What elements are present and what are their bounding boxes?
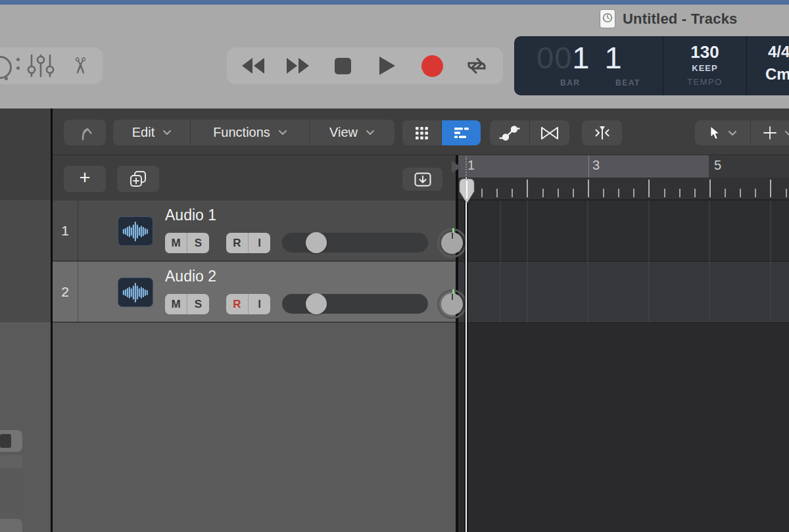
- ruler-bar-number: 1: [467, 158, 475, 173]
- playhead-dotted-line: [466, 157, 467, 178]
- pan-knob-pointer: [452, 294, 453, 300]
- record-enable-button[interactable]: R: [226, 294, 248, 314]
- lcd-tempo-value: 130: [663, 42, 746, 62]
- track-name[interactable]: Audio 2: [165, 268, 216, 285]
- bar-grid-lines: [458, 201, 789, 322]
- catch-playhead-icon: [592, 124, 612, 141]
- fast-forward-icon: [286, 57, 310, 74]
- functions-menu[interactable]: Functions: [191, 120, 309, 145]
- track-header-audio-1[interactable]: 1 Audio 1 M S R I: [53, 201, 456, 261]
- edit-menu-label: Edit: [132, 125, 155, 140]
- pointer-tool-menu[interactable]: [695, 120, 750, 145]
- chevron-down-icon: [163, 130, 171, 135]
- input-monitor-button[interactable]: I: [249, 233, 270, 253]
- dial-dot: [16, 66, 20, 70]
- lcd-tempo-segment[interactable]: 130 KEEP TEMPO: [663, 36, 746, 95]
- inspector-partial-display: [0, 434, 11, 448]
- playhead-line[interactable]: [466, 178, 467, 532]
- volume-slider-thumb[interactable]: [306, 232, 327, 253]
- lcd-key-signature: Cm: [765, 65, 789, 84]
- functions-menu-label: Functions: [213, 125, 270, 140]
- track-header-body: Audio 1 M S R I: [78, 201, 456, 260]
- playhead-handle[interactable]: [458, 178, 476, 205]
- add-track-icon: +: [80, 168, 91, 187]
- duplicate-track-icon: [128, 168, 149, 189]
- automation-button[interactable]: [490, 120, 529, 145]
- editors-button[interactable]: ✂: [63, 51, 97, 81]
- duplicate-track-button[interactable]: [117, 166, 159, 192]
- lcd-bar-label: BAR: [560, 78, 581, 87]
- record-icon: [421, 55, 443, 77]
- secondary-tool-menu[interactable]: [751, 120, 789, 145]
- solo-button[interactable]: S: [187, 294, 209, 314]
- rewind-button[interactable]: [236, 51, 270, 81]
- add-track-button[interactable]: +: [64, 166, 106, 192]
- mute-solo-group: M S: [165, 233, 209, 253]
- window-title-group: Untitled - Tracks: [600, 9, 738, 28]
- lcd-position-value: 0011: [537, 39, 623, 76]
- lcd-tempo-mode: KEEP: [663, 63, 746, 73]
- lcd-beat-label: BEAT: [615, 78, 640, 87]
- stop-button[interactable]: [325, 51, 360, 81]
- bar-ruler[interactable]: 1 3 5: [458, 155, 789, 178]
- mute-button[interactable]: M: [165, 294, 187, 314]
- track-number: 2: [53, 262, 78, 322]
- audio-waveform-icon: [118, 278, 153, 307]
- global-tracks-button[interactable]: [402, 168, 442, 191]
- inspector-partial-button[interactable]: [0, 519, 22, 532]
- tracks-view-button[interactable]: [442, 120, 481, 145]
- lcd-beat-value: 1: [604, 40, 622, 75]
- track-number: 1: [53, 201, 78, 260]
- chevron-down-icon: [729, 131, 736, 135]
- back-button[interactable]: [64, 120, 106, 145]
- view-menu[interactable]: View: [310, 120, 394, 145]
- project-document-icon: [600, 9, 615, 28]
- transport-controls: [227, 47, 503, 84]
- stop-icon: [335, 58, 351, 74]
- volume-slider-thumb[interactable]: [306, 293, 327, 314]
- cycle-icon: [464, 56, 489, 76]
- record-enable-button[interactable]: R: [226, 233, 248, 253]
- ruler-bar-number: 5: [714, 158, 721, 173]
- grid-view-button[interactable]: [402, 120, 441, 145]
- grid-view-icon: [416, 127, 428, 139]
- volume-slider[interactable]: [282, 233, 428, 253]
- automation-icon: [498, 124, 521, 141]
- track-header-audio-2[interactable]: 2 Audio 2 M S R I: [53, 262, 456, 322]
- back-arrow-icon: [76, 124, 94, 142]
- beat-ruler[interactable]: [458, 178, 789, 201]
- editors-scissors-icon: ✂: [67, 57, 93, 76]
- lcd-position-segment[interactable]: 0011 BAR BEAT: [514, 36, 663, 95]
- flex-button[interactable]: [530, 120, 569, 145]
- ruler-bar-number: 3: [592, 158, 600, 173]
- pan-knob[interactable]: [437, 289, 467, 319]
- volume-slider[interactable]: [282, 294, 428, 314]
- view-mode-toggle: [402, 120, 481, 145]
- record-input-group: R I: [226, 294, 270, 314]
- pan-knob[interactable]: [437, 228, 467, 258]
- cycle-button[interactable]: [460, 51, 494, 81]
- track-name[interactable]: Audio 1: [165, 206, 216, 224]
- solo-button[interactable]: S: [187, 233, 209, 253]
- pencil-plus-tool-icon: [763, 126, 777, 140]
- play-button[interactable]: [370, 51, 404, 81]
- lcd-bar-leading-zeros: 00: [537, 40, 572, 75]
- mute-solo-group: M S: [165, 294, 209, 314]
- lcd-tempo-label: TEMPO: [663, 77, 746, 87]
- lcd-signature-segment[interactable]: 4/4 Cm: [746, 36, 789, 95]
- record-button[interactable]: [415, 51, 449, 81]
- empty-timeline-area[interactable]: [458, 323, 789, 532]
- empty-track-list-area[interactable]: [53, 323, 456, 532]
- pointer-tool-icon: [709, 126, 721, 140]
- catch-playhead-button[interactable]: [582, 120, 622, 145]
- mixer-button[interactable]: [24, 51, 58, 81]
- ruler-bar-separator: [588, 155, 589, 178]
- mute-button[interactable]: M: [165, 233, 187, 253]
- inspector-partial-panel[interactable]: [0, 455, 22, 468]
- automation-flex-group: [490, 120, 569, 145]
- dial-dot: [16, 58, 20, 61]
- fast-forward-button[interactable]: [281, 51, 315, 81]
- input-monitor-button[interactable]: I: [249, 294, 270, 314]
- edit-menu[interactable]: Edit: [113, 120, 190, 145]
- inspector-partial-panel[interactable]: [0, 469, 22, 505]
